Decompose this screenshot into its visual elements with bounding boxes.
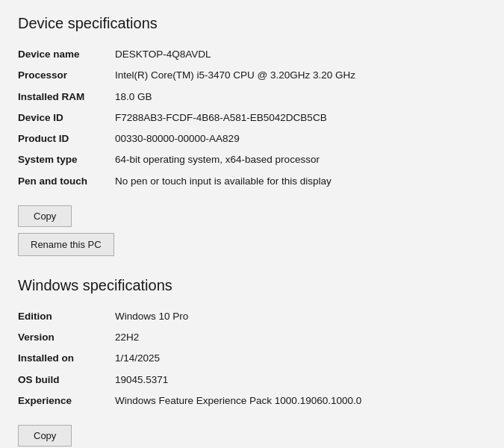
pen-touch-label: Pen and touch — [18, 174, 115, 189]
system-type-label: System type — [18, 152, 115, 167]
device-section-title: Device specifications — [18, 15, 486, 32]
table-row: Installed RAM 18.0 GB — [18, 87, 486, 108]
table-row: Experience Windows Feature Experience Pa… — [18, 391, 486, 411]
device-spec-table: Device name DESKTOP-4Q8AVDL Processor In… — [18, 44, 486, 192]
installed-ram-label: Installed RAM — [18, 90, 115, 105]
os-build-value: 19045.5371 — [115, 373, 168, 388]
processor-label: Processor — [18, 68, 115, 83]
windows-copy-button[interactable]: Copy — [18, 425, 72, 447]
table-row: Edition Windows 10 Pro — [18, 306, 486, 327]
windows-spec-table: Edition Windows 10 Pro Version 22H2 Inst… — [18, 306, 486, 411]
device-name-value: DESKTOP-4Q8AVDL — [115, 47, 211, 62]
system-type-value: 64-bit operating system, x64-based proce… — [115, 152, 320, 167]
table-row: Product ID 00330-80000-00000-AA829 — [18, 128, 486, 149]
version-label: Version — [18, 330, 115, 345]
rename-pc-button[interactable]: Rename this PC — [18, 233, 114, 256]
os-build-label: OS build — [18, 373, 115, 388]
device-copy-button[interactable]: Copy — [18, 205, 72, 227]
edition-value: Windows 10 Pro — [115, 309, 188, 324]
version-value: 22H2 — [115, 330, 139, 345]
device-name-label: Device name — [18, 47, 115, 62]
installed-ram-value: 18.0 GB — [115, 90, 152, 105]
table-row: Device ID F7288AB3-FCDF-4B68-A581-EB5042… — [18, 108, 486, 128]
experience-label: Experience — [18, 393, 115, 408]
edition-label: Edition — [18, 309, 115, 324]
table-row: Pen and touch No pen or touch input is a… — [18, 171, 486, 192]
installed-on-label: Installed on — [18, 351, 115, 366]
processor-value: Intel(R) Core(TM) i5-3470 CPU @ 3.20GHz … — [115, 68, 355, 83]
product-id-label: Product ID — [18, 131, 115, 146]
table-row: Processor Intel(R) Core(TM) i5-3470 CPU … — [18, 65, 486, 86]
pen-touch-value: No pen or touch input is available for t… — [115, 174, 332, 189]
table-row: OS build 19045.5371 — [18, 370, 486, 391]
table-row: System type 64-bit operating system, x64… — [18, 149, 486, 170]
windows-section-title: Windows specifications — [18, 277, 486, 294]
installed-on-value: 1/14/2025 — [115, 351, 160, 366]
table-row: Version 22H2 — [18, 327, 486, 348]
device-id-value: F7288AB3-FCDF-4B68-A581-EB5042DCB5CB — [115, 111, 327, 125]
device-id-label: Device ID — [18, 111, 115, 125]
experience-value: Windows Feature Experience Pack 1000.190… — [115, 393, 361, 408]
table-row: Installed on 1/14/2025 — [18, 348, 486, 369]
table-row: Device name DESKTOP-4Q8AVDL — [18, 44, 486, 65]
product-id-value: 00330-80000-00000-AA829 — [115, 131, 240, 146]
